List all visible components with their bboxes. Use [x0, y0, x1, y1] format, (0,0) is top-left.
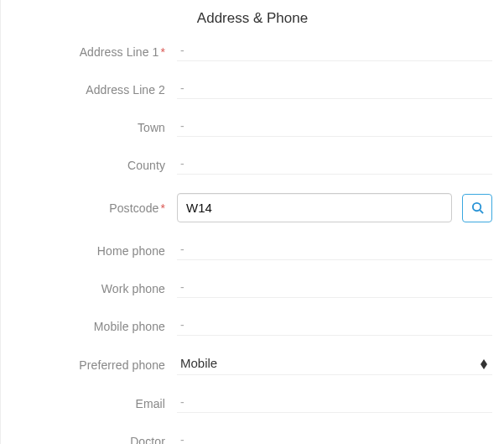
row-address2: Address Line 2 -	[1, 80, 504, 99]
value-work-phone: -	[177, 279, 492, 298]
section-title: Address & Phone	[1, 0, 504, 42]
label-address2: Address Line 2	[1, 83, 177, 97]
field-work-phone[interactable]: -	[177, 279, 492, 298]
required-marker: *	[160, 201, 165, 215]
row-work-phone: Work phone -	[1, 279, 504, 298]
svg-line-1	[480, 210, 483, 213]
svg-point-0	[472, 203, 480, 211]
field-address1[interactable]: -	[177, 42, 492, 61]
label-address1-text: Address Line 1	[80, 45, 159, 59]
field-doctor[interactable]: -	[177, 431, 492, 444]
chevron-updown-icon	[481, 359, 487, 369]
search-icon	[471, 201, 484, 214]
value-email: -	[177, 394, 492, 413]
value-town: -	[177, 118, 492, 137]
field-home-phone[interactable]: -	[177, 241, 492, 260]
value-mobile-phone: -	[177, 316, 492, 336]
field-county[interactable]: -	[177, 155, 492, 175]
field-preferred-phone[interactable]: Mobile	[177, 354, 492, 375]
field-email[interactable]: -	[177, 394, 492, 413]
svg-marker-3	[481, 364, 487, 369]
label-address1: Address Line 1*	[1, 45, 177, 59]
field-postcode	[177, 193, 492, 222]
row-town: Town -	[1, 118, 504, 137]
row-preferred-phone: Preferred phone Mobile	[1, 354, 504, 375]
label-postcode: Postcode*	[1, 201, 177, 215]
label-preferred-phone: Preferred phone	[1, 358, 177, 372]
postcode-input[interactable]	[177, 193, 452, 222]
value-address2: -	[177, 80, 492, 99]
postcode-search-button[interactable]	[462, 194, 492, 222]
row-email: Email -	[1, 394, 504, 413]
label-postcode-text: Postcode	[109, 201, 158, 215]
value-preferred-phone: Mobile	[180, 356, 217, 370]
field-mobile-phone[interactable]: -	[177, 316, 492, 336]
label-town: Town	[1, 121, 177, 134]
value-county: -	[177, 155, 492, 175]
row-postcode: Postcode*	[1, 193, 504, 222]
label-home-phone: Home phone	[1, 244, 177, 258]
row-home-phone: Home phone -	[1, 241, 504, 260]
label-county: County	[1, 159, 177, 172]
label-doctor: Doctor	[1, 435, 177, 445]
field-town[interactable]: -	[177, 118, 492, 137]
label-mobile-phone: Mobile phone	[1, 320, 177, 333]
value-address1: -	[177, 42, 492, 61]
row-county: County -	[1, 155, 504, 175]
value-doctor: -	[177, 431, 492, 444]
label-work-phone: Work phone	[1, 282, 177, 295]
required-marker: *	[160, 45, 165, 59]
row-mobile-phone: Mobile phone -	[1, 316, 504, 336]
value-home-phone: -	[177, 241, 492, 260]
field-address2[interactable]: -	[177, 80, 492, 99]
row-address1: Address Line 1* -	[1, 42, 504, 61]
label-email: Email	[1, 397, 177, 410]
row-doctor: Doctor -	[1, 431, 504, 444]
